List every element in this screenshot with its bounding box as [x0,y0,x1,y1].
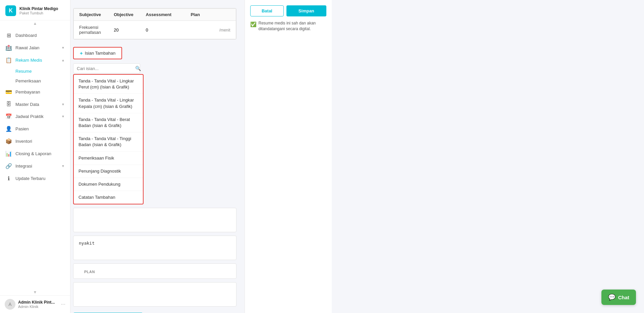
sidebar-item-label: Update Terbaru [15,176,45,181]
scroll-up-btn[interactable]: ▲ [0,20,70,26]
assessment-textarea[interactable] [79,213,231,226]
dropdown-item-4[interactable]: Pemeriksaan Fisik [74,152,143,165]
simpan-button[interactable]: Simpan [286,5,326,16]
search-input[interactable] [77,66,133,71]
dashboard-icon: ⊞ [5,32,12,39]
sidebar-item-dashboard[interactable]: ⊞ Dashboard [0,29,70,42]
resume-notice: ✅ Resume medis ini sah dan akan ditandat… [250,20,326,32]
dropdown-item-0[interactable]: Tanda - Tanda Vital - Lingkar Perut (cm)… [74,75,143,94]
sidebar-item-jadwal-praktik[interactable]: 📅 Jadwal Praktik ▼ [0,110,70,123]
content-wrapper: Subjective Objective Assessment Plan Fre… [70,0,245,313]
btn-isian-label: Isian Tambahan [85,51,116,56]
row-objective[interactable] [108,21,140,39]
assessment-input[interactable] [146,27,166,33]
row-plan [185,21,214,39]
master-data-icon: 🗄 [5,101,12,107]
sidebar-item-label: Inventori [15,139,32,144]
avatar: A [5,299,15,310]
dropdown-item-7[interactable]: Catatan Tambahan [74,191,143,204]
brand-package: Paket Tumbuh [19,11,58,15]
frekuensi-label: Frekuensi pernafasan [79,25,101,35]
sidebar-item-label: Integrasi [15,164,32,169]
integrasi-icon: 🔗 [5,163,12,169]
isian-tambahan-area: + Isian Tambahan 🔍 Tanda - Tanda Vital -… [73,43,236,204]
user-more-button[interactable]: ··· [61,301,65,307]
right-panel: Batal Simpan ✅ Resume medis ini sah dan … [245,0,332,313]
chat-button[interactable]: 💬 Chat [601,290,636,305]
sidebar-item-rawat-jalan[interactable]: 🏥 Rawat Jalan ▼ [0,42,70,54]
sidebar-item-label: Rawat Jalan [15,45,40,50]
extra-card [73,282,236,307]
soap-table-container: Subjective Objective Assessment Plan Fre… [73,8,236,40]
jadwal-icon: 📅 [5,113,12,120]
riwayat-card: nyakit [73,236,236,260]
sub-item-label: Resume [15,69,32,74]
col-subjective: Subjective [74,9,109,21]
sidebar-item-update[interactable]: ℹ Update Terbaru [0,172,70,185]
plus-icon: + [80,50,83,56]
extra-textarea[interactable] [79,287,231,301]
inventori-icon: 📦 [5,138,12,144]
riwayat-textarea[interactable]: nyakit [79,241,231,254]
sidebar-item-label: Pembayaran [15,89,40,95]
sidebar-nav: ⊞ Dashboard 🏥 Rawat Jalan ▼ 📋 Rekam Medi… [0,26,70,289]
chat-icon: 💬 [608,294,615,301]
sidebar-sub-pemeriksaan[interactable]: Pemeriksaan [0,76,70,86]
unit-label: /menit [219,28,230,33]
row-label: Frekuensi pernafasan [74,21,109,39]
dropdown-item-1[interactable]: Tanda - Tanda Vital - Lingkar Kepala (cm… [74,94,143,113]
chat-label: Chat [618,295,629,300]
assessment-card [73,208,236,232]
page-layout: Subjective Objective Assessment Plan Fre… [70,0,332,313]
sub-item-label: Pemeriksaan [15,78,41,83]
sidebar-item-label: Dashboard [15,33,37,38]
sidebar-item-label: Rekam Medis [15,58,42,63]
rawat-jalan-icon: 🏥 [5,45,12,51]
chevron-up-icon: ▲ [61,58,65,62]
scroll-down-btn[interactable]: ▼ [0,289,70,295]
resume-notice-text: Resume medis ini sah dan akan ditandatan… [259,20,326,32]
batal-button[interactable]: Batal [250,5,284,16]
dropdown-item-3[interactable]: Tanda - Tanda Vital - Tinggi Badan (Isia… [74,132,143,151]
user-name: Admin Klinik Pint... [18,300,58,305]
dropdown-wrapper: 🔍 Tanda - Tanda Vital - Lingkar Perut (c… [73,63,236,204]
brand-name: Klinik Pintar Medigo [19,6,58,11]
dropdown-item-5[interactable]: Penunjang Diagnostik [74,165,143,178]
pasien-icon: 👤 [5,126,12,132]
isian-tambahan-button[interactable]: + Isian Tambahan [73,47,122,59]
objective-input[interactable] [114,27,134,33]
user-role: Admin Klinik [18,305,58,309]
avatar-letter: A [8,302,11,307]
chevron-down-icon: ▼ [61,164,65,168]
action-buttons: Batal Simpan [250,5,326,16]
sidebar-item-closing[interactable]: 📊 Closing & Laporan [0,147,70,160]
brand-logo: K [5,5,16,16]
sidebar-sub-resume[interactable]: Resume [0,66,70,76]
closing-icon: 📊 [5,150,12,157]
sidebar-item-pasien[interactable]: 👤 Pasien [0,123,70,135]
user-info: Admin Klinik Pint... Admin Klinik [18,300,58,309]
sidebar-item-label: Pasien [15,126,29,131]
plan-section: PLAN [73,263,236,279]
sidebar-item-master-data[interactable]: 🗄 Master Data ▼ [0,98,70,110]
sidebar-item-rekam-medis[interactable]: 📋 Rekam Medis ▲ [0,54,70,66]
sidebar-item-label: Closing & Laporan [15,151,51,156]
dropdown-menu: Tanda - Tanda Vital - Lingkar Perut (cm)… [73,74,144,204]
col-plan: Plan [185,9,214,21]
plan-label: PLAN [79,267,231,275]
dropdown-item-2[interactable]: Tanda - Tanda Vital - Berat Badan (Isian… [74,113,143,132]
pembayaran-icon: 💳 [5,89,12,95]
tambah-layanan-area: + Tambah Layanan/Tindakan [73,310,236,313]
dropdown-search-box[interactable]: 🔍 [73,63,140,73]
row-assessment[interactable] [140,21,185,39]
dropdown-item-6[interactable]: Dokumen Pendukung [74,178,143,191]
sidebar-item-pembayaran[interactable]: 💳 Pembayaran [0,86,70,98]
chevron-down-icon: ▼ [61,103,65,106]
update-icon: ℹ [5,175,12,182]
sidebar-item-integrasi[interactable]: 🔗 Integrasi ▼ [0,160,70,172]
sidebar-item-inventori[interactable]: 📦 Inventori [0,135,70,147]
brand-text: Klinik Pintar Medigo Paket Tumbuh [19,6,58,15]
col-assessment: Assessment [140,9,185,21]
row-unit: /menit [214,21,236,39]
chevron-down-icon: ▼ [61,46,65,50]
